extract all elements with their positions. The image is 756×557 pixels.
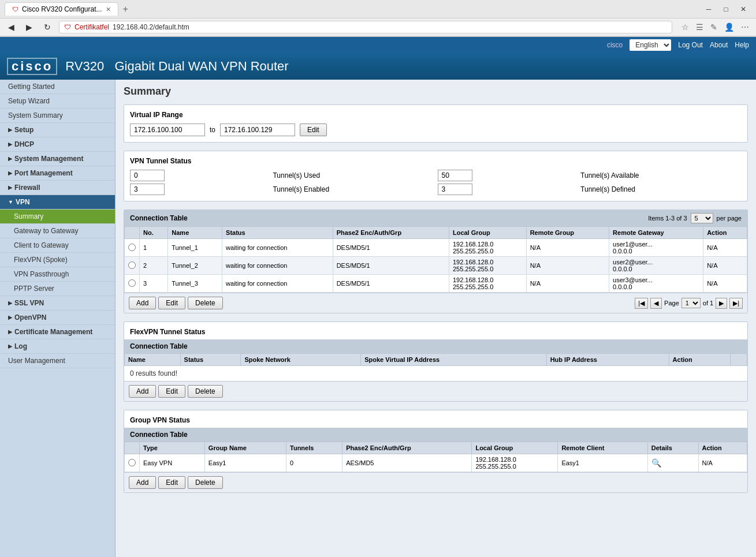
vpn-tunnel-status-body: VPN Tunnel Status Tunnel(s) Used Tunnel(… <box>124 151 747 201</box>
row3-status: waiting for connection <box>222 275 333 293</box>
refresh-button[interactable]: ↻ <box>40 21 54 33</box>
pagination: |◀ ◀ Page 1 of 1 ▶ ▶| <box>635 298 743 309</box>
sidebar-item-setup[interactable]: Setup <box>0 123 115 137</box>
ip-range-row: to Edit <box>130 124 742 136</box>
sidebar-item-setup-wizard[interactable]: Setup Wizard <box>0 94 115 109</box>
row2-no: 2 <box>140 257 168 275</box>
flexvpn-delete-button[interactable]: Delete <box>188 385 223 398</box>
security-warning: Certifikatfel <box>75 23 109 31</box>
about-link[interactable]: About <box>710 41 728 49</box>
sidebar-item-ssl-vpn[interactable]: SSL VPN <box>0 296 115 311</box>
grp-row1-radio[interactable] <box>128 459 136 466</box>
row1-radio[interactable] <box>128 244 136 251</box>
forward-button[interactable]: ▶ <box>23 21 36 33</box>
maximize-button[interactable]: □ <box>718 3 734 15</box>
sidebar-item-flexvpn-spoke[interactable]: FlexVPN (Spoke) <box>0 253 115 267</box>
more-icon[interactable]: ⋯ <box>739 21 751 33</box>
page-prev-button[interactable]: ◀ <box>650 298 662 309</box>
browser-navbar: ◀ ▶ ↻ 🛡 Certifikatfel 192.168.40.2/defau… <box>0 18 756 36</box>
sidebar-item-pptp-server[interactable]: PPTP Server <box>0 282 115 296</box>
add-button[interactable]: Add <box>129 297 156 309</box>
help-link[interactable]: Help <box>735 41 749 49</box>
sidebar-item-dhcp[interactable]: DHCP <box>0 137 115 152</box>
row3-phase2: DES/MD5/1 <box>333 275 449 293</box>
row2-remote-gateway: user2@user...0.0.0.0 <box>609 257 703 275</box>
brand-bar: cisco RV320 Gigabit Dual WAN VPN Router <box>0 53 756 80</box>
logout-link[interactable]: Log Out <box>678 41 703 49</box>
page-next-button[interactable]: ▶ <box>716 298 727 309</box>
minimize-button[interactable]: ─ <box>701 3 717 15</box>
group-vpn-delete-button[interactable]: Delete <box>188 476 223 489</box>
bookmarks-icon[interactable]: ☆ <box>679 21 691 33</box>
browser-tab[interactable]: 🛡 Cisco RV320 Configurat... ✕ <box>5 2 118 16</box>
ip-edit-button[interactable]: Edit <box>300 124 327 136</box>
page-select[interactable]: 1 <box>681 298 701 308</box>
connection-table-header: Connection Table Items 1-3 of 3 5 10 25 … <box>124 210 747 226</box>
sidebar-item-system-summary[interactable]: System Summary <box>0 109 115 123</box>
page-of-label: of 1 <box>703 300 713 306</box>
flexvpn-edit-button[interactable]: Edit <box>158 385 185 398</box>
ip-from-input[interactable] <box>130 124 205 136</box>
sidebar-item-certificate-management[interactable]: Certificate Management <box>0 325 115 339</box>
row1-status: waiting for connection <box>222 239 333 257</box>
extensions-icon[interactable]: ☰ <box>694 21 706 33</box>
row3-radio[interactable] <box>128 279 136 287</box>
row2-radio[interactable] <box>128 261 136 269</box>
group-vpn-add-button[interactable]: Add <box>129 476 156 489</box>
per-page-select[interactable]: 5 10 25 50 <box>691 213 713 223</box>
group-vpn-row: Easy VPN Easy1 0 AES/MD5 192.168.128.025… <box>125 454 747 472</box>
connection-table-actions: Add Edit Delete |◀ ◀ Page 1 of 1 ▶ ▶| <box>124 293 747 313</box>
tab-close-icon[interactable]: ✕ <box>106 6 111 13</box>
delete-button[interactable]: Delete <box>188 297 223 309</box>
ip-to-input[interactable] <box>220 124 295 136</box>
sidebar-item-gateway-to-gateway[interactable]: Gateway to Gateway <box>0 224 115 238</box>
window-controls: ─ □ ✕ <box>701 3 751 15</box>
flexvpn-no-results: 0 results found! <box>124 366 747 381</box>
table-row: 3 Tunnel_3 waiting for connection DES/MD… <box>125 275 747 293</box>
page-title: Summary <box>124 85 748 98</box>
group-vpn-edit-button[interactable]: Edit <box>158 476 185 489</box>
connection-table-title: Connection Table <box>130 214 188 222</box>
sidebar-item-port-management[interactable]: Port Management <box>0 166 115 181</box>
sidebar-item-firewall[interactable]: Firewall <box>0 181 115 195</box>
row1-no: 1 <box>140 239 168 257</box>
grp-row1-details[interactable]: 🔍 <box>647 454 698 472</box>
grp-row1-group-name: Easy1 <box>204 454 286 472</box>
sidebar-item-summary[interactable]: Summary <box>0 210 115 224</box>
sidebar-item-openvpn[interactable]: OpenVPN <box>0 311 115 325</box>
grp-row1-action: N/A <box>698 454 747 472</box>
cisco-logo-box: cisco <box>7 58 57 75</box>
top-bar: cisco English Log Out About Help <box>0 37 756 53</box>
grp-row1-type: Easy VPN <box>140 454 205 472</box>
sidebar-item-client-to-gateway[interactable]: Client to Gateway <box>0 238 115 253</box>
connection-table-section: Connection Table Items 1-3 of 3 5 10 25 … <box>124 210 748 313</box>
group-vpn-table-title: Connection Table <box>130 431 188 439</box>
edit-button[interactable]: Edit <box>158 297 185 309</box>
back-button[interactable]: ◀ <box>5 21 18 33</box>
row1-action: N/A <box>703 239 747 257</box>
app-container: Getting Started Setup Wizard System Summ… <box>0 80 756 557</box>
flex-col-name: Name <box>125 354 181 366</box>
address-bar[interactable]: 🛡 Certifikatfel 192.168.40.2/default.htm <box>59 21 672 33</box>
row3-local-group: 192.168.128.0255.255.255.0 <box>449 275 526 293</box>
page-last-button[interactable]: ▶| <box>729 298 743 309</box>
sidebar-item-vpn[interactable]: VPN <box>0 195 115 210</box>
flexvpn-add-button[interactable]: Add <box>129 385 156 398</box>
grp-col-tunnels: Tunnels <box>286 442 342 454</box>
flex-col-spoke-vip: Spoke Virtual IP Address <box>361 354 546 366</box>
sidebar-item-log[interactable]: Log <box>0 339 115 354</box>
sidebar-item-user-management[interactable]: User Management <box>0 354 115 368</box>
col-no: No. <box>140 227 168 239</box>
sidebar-item-getting-started[interactable]: Getting Started <box>0 80 115 94</box>
sidebar-item-vpn-passthrough[interactable]: VPN Passthrough <box>0 267 115 282</box>
flexvpn-table-header: Connection Table <box>124 339 747 353</box>
grp-col-local-group: Local Group <box>472 442 558 454</box>
new-tab-button[interactable]: + <box>123 4 128 14</box>
sidebar-item-system-management[interactable]: System Management <box>0 152 115 166</box>
devtools-icon[interactable]: ✎ <box>708 21 720 33</box>
language-select[interactable]: English <box>630 39 671 51</box>
close-button[interactable]: ✕ <box>735 3 751 15</box>
page-first-button[interactable]: |◀ <box>635 298 648 309</box>
profile-icon[interactable]: 👤 <box>722 21 736 33</box>
page-label: Page <box>664 300 679 306</box>
